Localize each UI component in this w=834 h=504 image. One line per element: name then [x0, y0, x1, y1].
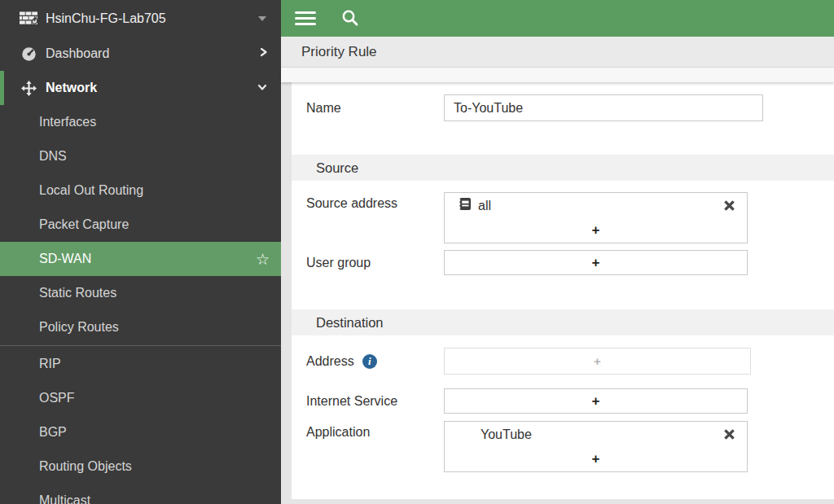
chevron-right-icon — [258, 46, 268, 61]
address-object-icon — [458, 197, 472, 214]
chevron-down-icon — [257, 81, 268, 95]
top-green-bar — [281, 0, 834, 37]
fortigate-logo-icon — [20, 11, 37, 26]
sidebar-item-label: Routing Objects — [39, 459, 270, 474]
destination-address-add-button-disabled: + — [444, 348, 751, 375]
remove-entry-icon[interactable] — [723, 428, 735, 440]
entry-name: YouTube — [481, 427, 532, 442]
sidebar-item-dns[interactable]: DNS — [0, 139, 281, 173]
page-title: Priority Rule — [281, 37, 834, 68]
source-address-row: Source address — [292, 192, 834, 243]
sidebar-item-label: OSPF — [39, 391, 270, 405]
sidebar-divider — [0, 345, 281, 346]
sidebar-item-sd-wan[interactable]: SD-WAN ☆ — [0, 242, 281, 276]
sidebar: HsinChu-FG-Lab705 Dashboard — [0, 0, 281, 504]
menu-icon[interactable] — [295, 8, 316, 28]
sidebar-item-label: Dashboard — [46, 46, 258, 61]
source-address-entry-all[interactable]: all — [445, 193, 747, 218]
toolbar-strip — [281, 68, 834, 82]
sidebar-item-packet-capture[interactable]: Packet Capture — [0, 208, 281, 242]
source-address-add-button[interactable]: + — [445, 218, 747, 243]
sidebar-item-label: Interfaces — [39, 115, 270, 129]
sidebar-item-local-out-routing[interactable]: Local Out Routing — [0, 173, 281, 208]
sidebar-item-label: SD-WAN — [39, 252, 256, 266]
destination-section-header: Destination — [292, 309, 834, 335]
priority-rule-form: Name Source Source address — [292, 82, 834, 499]
page-title-text: Priority Rule — [301, 44, 377, 60]
name-label: Name — [306, 101, 444, 116]
sidebar-item-label: Network — [46, 81, 257, 95]
user-group-add-button[interactable]: + — [444, 250, 748, 275]
sidebar-item-policy-routes[interactable]: Policy Routes — [0, 310, 281, 344]
name-row: Name — [292, 94, 834, 121]
source-section-header: Source — [292, 155, 834, 181]
name-input[interactable] — [444, 94, 763, 121]
application-add-button[interactable]: + — [445, 447, 747, 471]
destination-section-label: Destination — [316, 315, 384, 331]
info-icon[interactable]: i — [362, 354, 377, 369]
main-area: Priority Rule Name Source Source address — [281, 0, 834, 504]
sidebar-item-bgp[interactable]: BGP — [0, 415, 281, 449]
sidebar-item-label: Static Routes — [39, 286, 270, 300]
application-entry-youtube[interactable]: YouTube — [445, 422, 747, 447]
device-selector[interactable]: HsinChu-FG-Lab705 — [0, 0, 281, 37]
sidebar-item-label: BGP — [39, 425, 270, 440]
destination-address-row: Address i + — [292, 348, 834, 375]
application-row: Application YouTube + — [292, 421, 834, 472]
sidebar-item-network[interactable]: Network — [0, 71, 281, 105]
source-address-label: Source address — [306, 192, 444, 211]
sidebar-item-ospf[interactable]: OSPF — [0, 381, 281, 415]
fortigate-app-window: HsinChu-FG-Lab705 Dashboard — [0, 0, 834, 504]
sidebar-item-multicast[interactable]: Multicast — [0, 484, 281, 504]
sidebar-item-interfaces[interactable]: Interfaces — [0, 105, 281, 139]
sidebar-item-label: Local Out Routing — [39, 183, 270, 198]
content-area: Name Source Source address — [281, 82, 834, 504]
sidebar-item-label: RIP — [39, 357, 270, 371]
user-group-row: User group + — [292, 250, 834, 275]
source-section-label: Source — [316, 160, 358, 176]
source-address-field: all + — [444, 192, 748, 243]
internet-service-row: Internet Service + — [292, 388, 834, 414]
sidebar-item-label: Multicast — [39, 493, 270, 504]
internet-service-add-button[interactable]: + — [444, 388, 748, 414]
device-caret-down-icon — [258, 16, 266, 21]
application-label: Application — [306, 421, 444, 440]
sidebar-item-rip[interactable]: RIP — [0, 347, 281, 381]
sidebar-item-label: Packet Capture — [39, 217, 270, 232]
destination-address-label: Address i — [306, 354, 444, 369]
sidebar-item-label: Policy Routes — [39, 320, 270, 335]
sidebar-item-dashboard[interactable]: Dashboard — [0, 37, 281, 71]
application-field: YouTube + — [444, 421, 748, 472]
user-group-label: User group — [306, 256, 444, 270]
device-name: HsinChu-FG-Lab705 — [46, 11, 258, 26]
remove-entry-icon[interactable] — [723, 199, 735, 212]
entry-name: all — [478, 199, 491, 213]
sidebar-item-static-routes[interactable]: Static Routes — [0, 276, 281, 310]
sidebar-item-routing-objects[interactable]: Routing Objects — [0, 449, 281, 484]
destination-address-label-text: Address — [306, 354, 354, 369]
search-icon[interactable] — [341, 9, 360, 28]
gauge-icon — [20, 46, 37, 62]
favorite-star-icon[interactable]: ☆ — [256, 252, 270, 267]
sidebar-item-label: DNS — [39, 149, 270, 164]
internet-service-label: Internet Service — [306, 394, 444, 409]
move-arrows-icon — [20, 81, 37, 96]
